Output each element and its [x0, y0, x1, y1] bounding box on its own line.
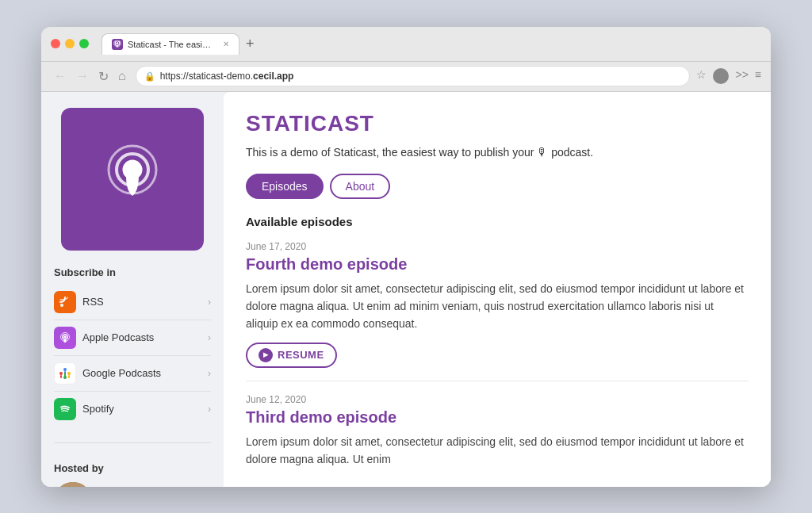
rss-icon	[54, 291, 76, 313]
subscribe-title: Subscribe in	[54, 266, 211, 278]
svg-point-0	[117, 42, 119, 44]
google-chevron: ›	[208, 368, 211, 379]
reload-button[interactable]: ↻	[95, 67, 112, 86]
svg-point-8	[60, 304, 63, 307]
svg-rect-18	[68, 375, 70, 378]
hosted-by-section: Hosted by Arnaud Ligny	[54, 462, 211, 487]
nav-buttons: ← → ↻ ⌂	[51, 67, 129, 86]
menu-icon[interactable]: ≡	[755, 68, 761, 84]
address-bar: ← → ↻ ⌂ 🔒 https://staticast-demo.cecil.a…	[41, 62, 771, 92]
podcast-description: This is a demo of Staticast, the easiest…	[246, 144, 749, 161]
browser-window: Staticast - The easiest way to p... ✕ + …	[41, 27, 771, 487]
spotify-icon	[54, 398, 76, 420]
subscribe-section: Subscribe in RSS ›	[54, 266, 211, 427]
active-tab[interactable]: Staticast - The easiest way to p... ✕	[102, 33, 239, 55]
about-tab[interactable]: About	[330, 174, 391, 199]
play-icon: ▶	[259, 348, 273, 362]
episode-title[interactable]: Fourth demo episode	[246, 255, 749, 274]
host-info: Arnaud Ligny @arnaudligny	[54, 482, 211, 487]
tab-title: Staticast - The easiest way to p...	[128, 40, 215, 49]
apple-chevron: ›	[208, 332, 211, 343]
main-content: STATICAST This is a demo of Staticast, t…	[224, 92, 771, 487]
resume-label: RESUME	[278, 349, 324, 361]
google-label: Google Podcasts	[82, 367, 208, 379]
content-area: Subscribe in RSS ›	[41, 92, 771, 487]
episode-description-2: Lorem ipsum dolor sit amet, consectetur …	[246, 433, 749, 469]
podcast-title: STATICAST	[246, 111, 749, 136]
back-button[interactable]: ←	[51, 67, 70, 86]
svg-point-17	[67, 372, 71, 375]
bookmark-icon[interactable]: ☆	[696, 68, 707, 84]
episode-title-2[interactable]: Third demo episode	[246, 408, 749, 427]
hosted-by-title: Hosted by	[54, 462, 211, 474]
tab-close-icon[interactable]: ✕	[223, 40, 229, 48]
home-button[interactable]: ⌂	[115, 67, 129, 86]
resume-button[interactable]: ▶ RESUME	[246, 343, 337, 368]
tab-bar: Staticast - The easiest way to p... ✕ +	[102, 33, 761, 55]
spotify-chevron: ›	[208, 404, 211, 415]
minimize-button[interactable]	[65, 39, 75, 48]
subscribe-google[interactable]: Google Podcasts ›	[54, 356, 211, 392]
svg-point-7	[126, 163, 139, 176]
toolbar-actions: ☆ >> ≡	[696, 68, 761, 84]
podcast-logo	[97, 142, 168, 216]
episode-description: Lorem ipsum dolor sit amet, consectetur …	[246, 280, 749, 333]
svg-marker-3	[117, 44, 117, 48]
episode-item: June 17, 2020 Fourth demo episode Lorem …	[246, 241, 749, 368]
tab-favicon	[112, 39, 123, 50]
episode-item: June 12, 2020 Third demo episode Lorem i…	[246, 394, 749, 469]
subscribe-rss[interactable]: RSS ›	[54, 285, 211, 320]
subscribe-apple[interactable]: Apple Podcasts ›	[54, 320, 211, 356]
episode-date: June 17, 2020	[246, 241, 749, 252]
host-avatar	[54, 482, 92, 487]
maximize-button[interactable]	[79, 39, 89, 48]
close-button[interactable]	[51, 39, 60, 48]
svg-rect-21	[54, 482, 92, 487]
episode-date-2: June 12, 2020	[246, 394, 749, 405]
podcast-cover	[61, 108, 204, 251]
available-episodes-title: Available episodes	[246, 215, 749, 228]
url-text: https://staticast-demo.cecil.app	[160, 71, 294, 82]
profile-icon[interactable]	[713, 68, 729, 84]
apple-podcasts-icon	[54, 327, 76, 349]
lock-icon: 🔒	[144, 71, 155, 82]
rss-chevron: ›	[208, 297, 211, 308]
new-tab-button[interactable]: +	[243, 36, 258, 52]
traffic-lights	[51, 39, 89, 48]
tab-buttons: Episodes About	[246, 174, 749, 199]
spotify-label: Spotify	[82, 403, 208, 415]
subscribe-spotify[interactable]: Spotify ›	[54, 392, 211, 427]
svg-rect-16	[60, 375, 62, 378]
title-bar: Staticast - The easiest way to p... ✕ +	[41, 27, 771, 62]
svg-rect-12	[64, 339, 67, 343]
svg-point-13	[63, 368, 67, 371]
svg-point-15	[59, 372, 63, 375]
svg-point-11	[64, 335, 67, 338]
rss-label: RSS	[82, 296, 208, 308]
sidebar: Subscribe in RSS ›	[41, 92, 224, 487]
google-podcasts-icon	[54, 362, 76, 385]
episode-divider	[246, 381, 749, 381]
svg-rect-20	[64, 373, 66, 377]
apple-label: Apple Podcasts	[82, 331, 208, 343]
forward-button[interactable]: →	[73, 67, 92, 86]
episodes-tab[interactable]: Episodes	[246, 174, 324, 199]
url-bar[interactable]: 🔒 https://staticast-demo.cecil.app	[136, 66, 691, 86]
extensions-icon[interactable]: >>	[735, 68, 748, 84]
